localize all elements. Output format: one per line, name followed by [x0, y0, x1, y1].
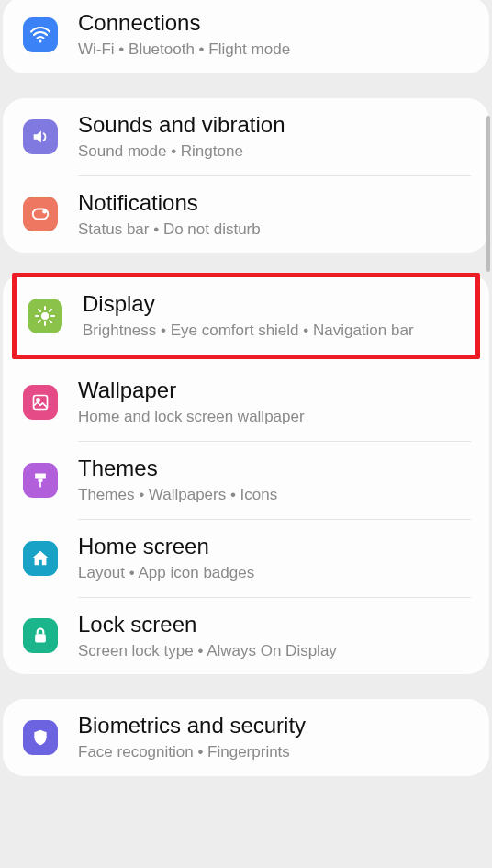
item-title: Connections: [78, 9, 480, 37]
item-subtitle: Screen lock type • Always On Display: [78, 640, 480, 662]
item-subtitle: Themes • Wallpapers • Icons: [78, 484, 480, 506]
notification-icon: [23, 197, 58, 231]
highlight-box: Display Brightness • Eye comfort shield …: [12, 273, 480, 359]
svg-line-10: [39, 321, 40, 322]
svg-point-3: [41, 312, 49, 320]
item-title: Wallpaper: [78, 377, 480, 404]
settings-item-homescreen[interactable]: Home screen Layout • App icon badges: [3, 520, 489, 597]
item-title: Home screen: [78, 533, 480, 560]
svg-rect-12: [34, 396, 48, 410]
item-title: Display: [83, 290, 466, 318]
settings-item-wallpaper[interactable]: Wallpaper Home and lock screen wallpaper: [3, 364, 489, 441]
item-title: Lock screen: [78, 611, 480, 638]
item-subtitle: Brightness • Eye comfort shield • Naviga…: [83, 320, 466, 342]
speaker-icon: [23, 119, 58, 154]
svg-point-13: [37, 399, 39, 401]
svg-line-11: [50, 310, 51, 311]
settings-group: Display Brightness • Eye comfort shield …: [3, 273, 489, 674]
item-title: Notifications: [78, 189, 480, 217]
item-title: Biometrics and security: [78, 712, 480, 739]
svg-line-8: [39, 310, 40, 311]
settings-item-display[interactable]: Display Brightness • Eye comfort shield …: [17, 277, 475, 355]
picture-icon: [23, 385, 58, 420]
settings-group: Sounds and vibration Sound mode • Ringto…: [3, 98, 489, 254]
settings-item-themes[interactable]: Themes Themes • Wallpapers • Icons: [3, 442, 489, 519]
home-icon: [23, 541, 58, 576]
settings-group: Connections Wi-Fi • Bluetooth • Flight m…: [3, 0, 489, 73]
svg-rect-14: [35, 635, 46, 643]
settings-item-sounds[interactable]: Sounds and vibration Sound mode • Ringto…: [3, 98, 489, 175]
settings-item-lockscreen[interactable]: Lock screen Screen lock type • Always On…: [3, 598, 489, 675]
svg-point-2: [42, 209, 47, 214]
svg-line-9: [50, 321, 51, 322]
settings-group: Biometrics and security Face recognition…: [3, 699, 489, 776]
wifi-icon: [23, 17, 58, 52]
item-subtitle: Layout • App icon badges: [78, 562, 480, 584]
settings-item-biometrics[interactable]: Biometrics and security Face recognition…: [3, 699, 489, 776]
item-title: Themes: [78, 455, 480, 482]
settings-item-notifications[interactable]: Notifications Status bar • Do not distur…: [3, 176, 489, 254]
item-title: Sounds and vibration: [78, 111, 480, 139]
item-subtitle: Wi-Fi • Bluetooth • Flight mode: [78, 39, 480, 61]
lock-icon: [23, 618, 58, 653]
item-subtitle: Home and lock screen wallpaper: [78, 406, 480, 428]
brush-icon: [23, 463, 58, 498]
item-subtitle: Sound mode • Ringtone: [78, 141, 480, 163]
item-subtitle: Status bar • Do not disturb: [78, 219, 480, 241]
svg-point-0: [39, 39, 42, 42]
settings-item-connections[interactable]: Connections Wi-Fi • Bluetooth • Flight m…: [3, 0, 489, 73]
item-subtitle: Face recognition • Fingerprints: [78, 741, 480, 763]
sun-icon: [28, 299, 62, 333]
shield-icon: [23, 720, 58, 755]
scroll-indicator[interactable]: [486, 116, 490, 272]
